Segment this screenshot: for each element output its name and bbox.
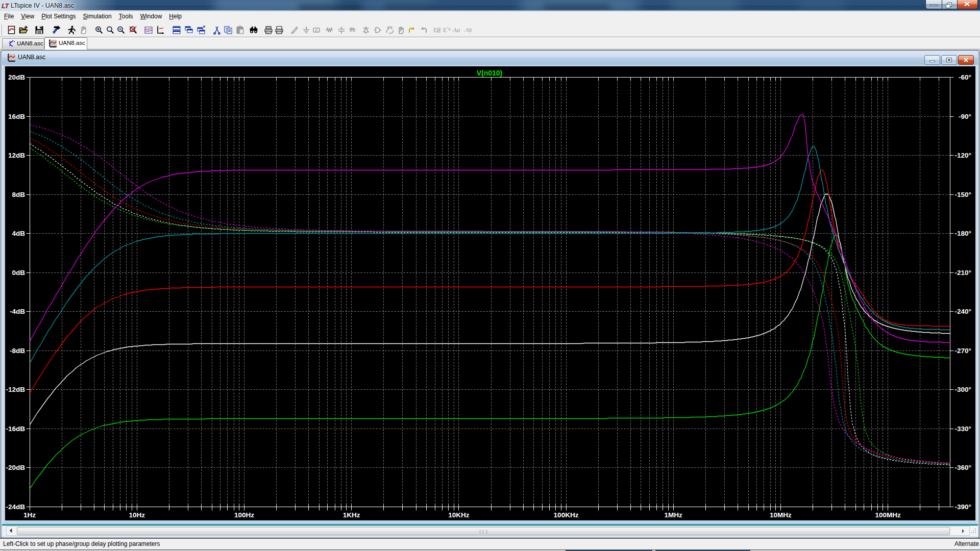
svg-text:-12dB: -12dB: [6, 386, 25, 393]
svg-text:100MHz: 100MHz: [875, 511, 901, 519]
svg-text:.op: .op: [463, 28, 472, 33]
svg-text:10KHz: 10KHz: [448, 511, 470, 519]
svg-text:-20dB: -20dB: [6, 464, 25, 471]
svg-text:20dB: 20dB: [8, 73, 25, 81]
svg-text:10MHz: 10MHz: [770, 511, 792, 519]
svg-text:Aa: Aa: [452, 26, 460, 34]
svg-text:-24dB: -24dB: [6, 503, 25, 511]
svg-text:A: A: [315, 28, 318, 33]
svg-text:0dB: 0dB: [12, 269, 25, 277]
svg-text:-240°: -240°: [955, 308, 971, 315]
svg-text:-390°: -390°: [955, 503, 971, 511]
svg-text:10Hz: 10Hz: [129, 511, 145, 519]
svg-text:16dB: 16dB: [8, 113, 25, 120]
svg-text:4dB: 4dB: [12, 230, 25, 237]
svg-text:100KHz: 100KHz: [554, 511, 579, 519]
svg-text:-360°: -360°: [955, 464, 971, 471]
svg-text:-300°: -300°: [955, 386, 971, 393]
svg-text:8dB: 8dB: [12, 191, 25, 198]
svg-text:1Hz: 1Hz: [23, 511, 36, 519]
svg-text:-180°: -180°: [955, 230, 971, 237]
svg-text:-60°: -60°: [959, 73, 971, 81]
svg-text:-330°: -330°: [955, 425, 971, 433]
svg-text:100Hz: 100Hz: [234, 511, 254, 519]
svg-text:-210°: -210°: [955, 269, 971, 277]
svg-text:12dB: 12dB: [8, 152, 25, 159]
svg-text:V(n010): V(n010): [477, 69, 503, 77]
svg-text:-150°: -150°: [955, 191, 971, 198]
svg-text:-90°: -90°: [959, 113, 971, 120]
svg-text:E: E: [443, 27, 447, 34]
svg-text:E: E: [433, 27, 437, 34]
svg-text:-4dB: -4dB: [10, 308, 25, 315]
svg-text:-120°: -120°: [955, 152, 971, 159]
svg-text:1MHz: 1MHz: [665, 511, 683, 519]
svg-text:-16dB: -16dB: [6, 425, 25, 433]
svg-text:-270°: -270°: [955, 347, 971, 355]
svg-text:-8dB: -8dB: [10, 347, 25, 355]
svg-text:1KHz: 1KHz: [343, 511, 360, 519]
